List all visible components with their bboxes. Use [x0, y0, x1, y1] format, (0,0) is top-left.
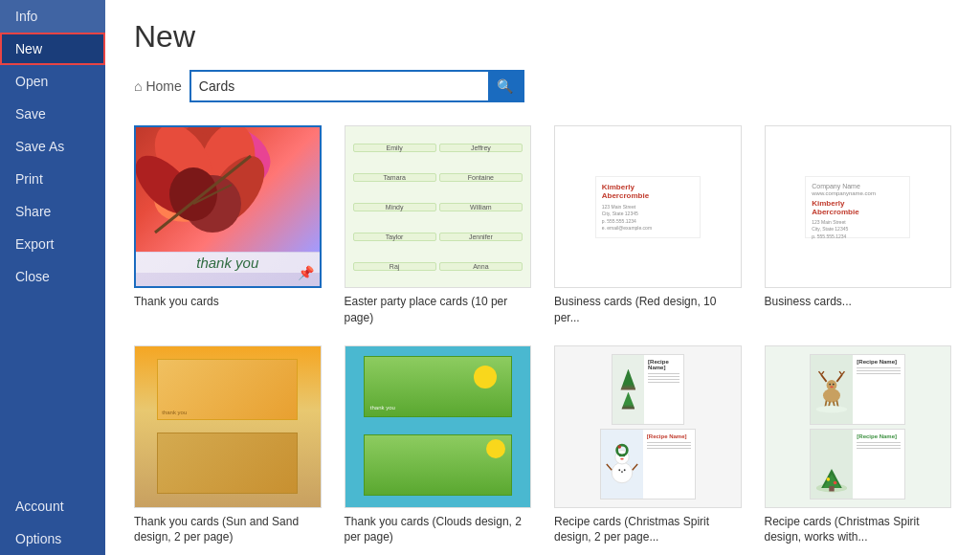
sidebar-item-export[interactable]: Export	[0, 228, 105, 260]
svg-point-42	[834, 480, 837, 484]
template-card-biz-red2[interactable]: Company Namewww.companyname.com Kimberly…	[765, 125, 952, 326]
sidebar: Info New Open Save Save As Print Share E…	[0, 0, 105, 555]
svg-point-21	[823, 388, 840, 402]
template-card-easter[interactable]: Emily Jeffrey Tamara Fontaine Mindy Will…	[345, 125, 532, 326]
sidebar-item-share[interactable]: Share	[0, 195, 105, 228]
page-title: New	[134, 19, 951, 55]
svg-point-13	[620, 458, 624, 460]
template-thumb-clouds: thank you	[345, 345, 532, 508]
thank-you-text: thank you	[136, 253, 320, 273]
sidebar-item-save-as[interactable]: Save As	[0, 130, 105, 163]
cloud-card-bottom	[364, 434, 512, 496]
sidebar-item-new[interactable]: New	[0, 33, 105, 65]
sun-decor	[474, 366, 497, 388]
svg-point-18	[624, 469, 626, 471]
template-card-sand[interactable]: thank you Thank you cards (Sun and Sand …	[134, 345, 322, 546]
easter-card-4: Fontaine	[439, 173, 523, 182]
sand-card-bottom	[157, 433, 298, 494]
sidebar-item-print[interactable]: Print	[0, 163, 105, 195]
svg-point-31	[831, 386, 835, 388]
easter-card-1: Emily	[353, 144, 436, 152]
template-thumb-biz-red: KimberlyAbercrombie 123 Main Street City…	[554, 125, 742, 288]
template-label-recipe2: Recipe cards (Christmas Spirit design, w…	[765, 514, 952, 546]
easter-card-5: Mindy	[353, 203, 436, 211]
template-thumb-easter: Emily Jeffrey Tamara Fontaine Mindy Will…	[345, 125, 532, 288]
recipe2-card-top: [Recipe Name]	[810, 354, 905, 425]
easter-card-3: Tamara	[353, 173, 436, 182]
template-label-clouds: Thank you cards (Clouds design, 2 per pa…	[345, 514, 532, 546]
home-icon: ⌂	[134, 78, 142, 94]
template-label-biz-red2: Business cards...	[765, 294, 952, 310]
template-thumb-sand: thank you	[134, 345, 322, 508]
sidebar-item-open[interactable]: Open	[0, 65, 105, 98]
easter-card-9: Raj	[353, 262, 436, 271]
easter-card-6: William	[439, 203, 523, 211]
svg-point-30	[833, 383, 835, 385]
sidebar-item-account[interactable]: Account	[0, 490, 105, 522]
home-breadcrumb[interactable]: ⌂ Home	[134, 78, 182, 94]
easter-card-2: Jeffrey	[439, 144, 523, 152]
biz-name2: KimberlyAbercrombie	[812, 199, 903, 216]
template-label-sand: Thank you cards (Sun and Sand design, 2 …	[134, 514, 322, 546]
template-card-recipe1[interactable]: [Recipe Name]	[554, 345, 742, 546]
svg-line-23	[822, 374, 827, 381]
sidebar-item-close[interactable]: Close	[0, 260, 105, 293]
biz-name: KimberlyAbercrombie	[602, 183, 694, 200]
svg-rect-40	[830, 486, 835, 491]
template-thumb-thankyou1: thank you 📌	[134, 125, 322, 288]
template-grid: thank you 📌 Thank you cards Emily Jeffre…	[134, 125, 951, 545]
svg-point-6	[169, 167, 217, 221]
template-label-easter: Easter party place cards (10 per page)	[345, 294, 532, 326]
search-bar: ⌂ Home 🔍	[134, 70, 951, 102]
svg-line-14	[607, 464, 612, 470]
recipe-card-top: [Recipe Name]	[612, 354, 684, 425]
svg-point-29	[830, 383, 832, 385]
svg-point-22	[827, 380, 837, 390]
svg-line-26	[837, 374, 842, 381]
template-card-recipe2[interactable]: [Recipe Name]	[765, 345, 952, 546]
recipe2-card-bottom: [Recipe Name]	[810, 429, 905, 500]
template-label-thankyou1: Thank you cards	[134, 294, 322, 310]
template-card-thankyou1[interactable]: thank you 📌 Thank you cards	[134, 125, 322, 326]
svg-line-25	[822, 371, 825, 375]
template-thumb-recipe2: [Recipe Name]	[765, 345, 952, 508]
svg-point-41	[827, 477, 831, 481]
easter-card-10: Anna	[439, 262, 523, 271]
sand-card-top: thank you	[157, 359, 298, 420]
home-label: Home	[145, 78, 181, 94]
pin-icon: 📌	[298, 265, 314, 280]
biz-details2: 123 Main StreetCity, State 12345p. 555.5…	[812, 219, 903, 241]
flower-image	[136, 127, 320, 252]
easter-card-7: Taylor	[353, 233, 436, 241]
svg-point-20	[617, 445, 621, 449]
svg-point-17	[621, 471, 623, 473]
biz-card-preview2: Company Namewww.companyname.com Kimberly…	[805, 176, 910, 238]
biz-details: 123 Main Street City, State 12345 p. 555…	[602, 204, 694, 233]
sidebar-item-options[interactable]: Options	[0, 522, 105, 555]
svg-point-16	[618, 469, 620, 471]
search-input[interactable]	[191, 74, 488, 99]
biz-card-preview: KimberlyAbercrombie 123 Main Street City…	[595, 176, 701, 238]
sidebar-item-save[interactable]: Save	[0, 98, 105, 130]
biz-company: Company Namewww.companyname.com	[812, 183, 903, 196]
svg-line-28	[842, 371, 845, 375]
sidebar-item-info[interactable]: Info	[0, 0, 105, 33]
main-content: New ⌂ Home 🔍	[105, 0, 980, 555]
template-card-biz-red[interactable]: KimberlyAbercrombie 123 Main Street City…	[554, 125, 742, 326]
template-label-recipe1: Recipe cards (Christmas Spirit design, 2…	[554, 514, 742, 546]
recipe-card-bottom: [Recipe Name]	[600, 429, 696, 500]
template-label-biz-red: Business cards (Red design, 10 per...	[554, 294, 742, 326]
template-thumb-recipe1: [Recipe Name]	[554, 345, 742, 508]
template-card-clouds[interactable]: thank you Thank you cards (Clouds design…	[345, 345, 532, 546]
search-button[interactable]: 🔍	[488, 72, 523, 100]
search-icon: 🔍	[497, 78, 513, 94]
search-input-wrap: 🔍	[189, 70, 524, 102]
easter-card-8: Jennifer	[439, 233, 523, 241]
template-thumb-biz-red2: Company Namewww.companyname.com Kimberly…	[765, 125, 952, 288]
svg-line-15	[633, 464, 637, 470]
svg-point-36	[816, 406, 847, 412]
